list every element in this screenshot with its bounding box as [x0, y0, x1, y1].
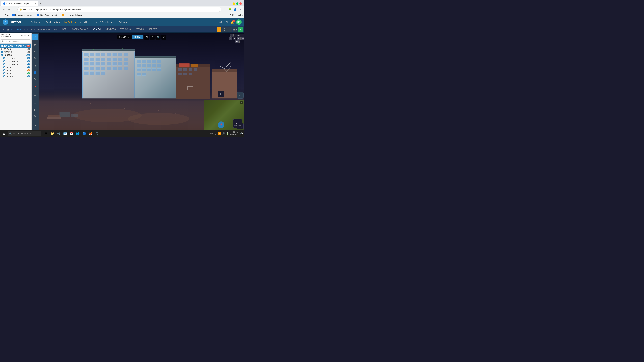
profile-btn[interactable]: 👤 [233, 7, 238, 12]
3d-navi-btn[interactable]: 3D Navi [132, 35, 144, 39]
tab-versions[interactable]: VERSIONS [118, 27, 133, 32]
tab-data[interactable]: DATA [60, 27, 70, 32]
home-nav-btn[interactable]: ⊞ [6, 27, 10, 31]
pe-item-level-3[interactable]: LEVEL 3 80 [0, 72, 31, 75]
mini-map-grid-btn[interactable]: ⊞ [240, 101, 243, 104]
tool-group[interactable]: ❋ [32, 113, 38, 119]
maximize-btn[interactable] [236, 2, 238, 5]
new-tab-btn[interactable]: + [38, 1, 43, 6]
pe-settings-btn[interactable]: ⚙ [24, 34, 27, 37]
pe-checkbox-models[interactable] [1, 51, 3, 53]
tab-details[interactable]: DETAILS [133, 27, 146, 32]
logo[interactable]: C Cintoo [3, 19, 21, 25]
battery-icon[interactable]: 🔋 [226, 132, 229, 135]
pe-checkbox-gym-level-2[interactable] [3, 63, 5, 65]
scene-3d[interactable]: Scan Mode 3D Navi ⊞ ⚑ 📷 ↗ T pmp L [39, 32, 244, 130]
map-toggle-btn[interactable]: ⊞ [218, 90, 224, 97]
nav-users-permissions[interactable]: Users & Permissions [92, 20, 116, 24]
share-view-btn[interactable]: ↗ [161, 34, 166, 39]
tool-pencil[interactable]: ✏ [32, 92, 38, 98]
back-btn[interactable]: ← [1, 7, 6, 12]
vr-button[interactable]: VR Virtual Reality [233, 119, 242, 128]
pe-item-gym-level-2[interactable]: GYM LEVEL 2 21 [0, 63, 31, 66]
tab-overview-map[interactable]: OVERVIEW MAP [70, 27, 90, 32]
taskbar-search[interactable]: 🔍 Type here to search [8, 131, 41, 136]
pe-checkbox-level-3[interactable] [3, 72, 5, 74]
upload-btn[interactable]: ⬆ [217, 27, 221, 32]
nav-cube-top-face[interactable]: T [230, 34, 234, 37]
minimize-btn[interactable] [233, 2, 235, 5]
share-btn[interactable]: ↗ [228, 27, 232, 32]
view-options-btn[interactable]: ⊟ ▾ [233, 27, 238, 32]
user-avatar[interactable]: DP [236, 19, 242, 25]
location-btn[interactable]: 📍 [218, 121, 224, 128]
tab-members[interactable]: MEMBERS [103, 27, 118, 32]
keyboard-icon[interactable]: ⌨ [210, 132, 213, 135]
view-container[interactable]: Scan Mode 3D Navi ⊞ ⚑ 📷 ↗ T pmp L [39, 32, 244, 130]
tab-3d-view[interactable]: 3D VIEW [90, 27, 103, 32]
tool-3d[interactable]: ◧ [32, 107, 38, 113]
taskbar-store[interactable]: 🛒 [56, 131, 62, 137]
bookmark-1[interactable]: https://aec.cintoo.c... [11, 14, 35, 17]
delete-btn[interactable]: 🗑 [222, 27, 227, 32]
info-btn[interactable]: ⓘ [218, 20, 223, 24]
reading-list-btn[interactable]: ☰ Reading list [230, 14, 243, 16]
tool-settings[interactable]: ⚙ [32, 76, 38, 82]
pe-copy-btn[interactable]: ⎘ [20, 34, 23, 37]
tab-close-btn[interactable]: × [35, 3, 36, 4]
pe-checkbox-scans[interactable] [1, 54, 3, 56]
tool-flag[interactable]: ⚑ [32, 63, 38, 69]
grid-view-btn[interactable]: ⊞ [144, 34, 149, 39]
bookmark-apps[interactable]: ⊞ Start [1, 14, 10, 17]
pe-project-item[interactable]: CINTOO DAVID T HOWARD M... 171 [0, 44, 31, 48]
tool-rotate[interactable]: ↻ [32, 48, 38, 54]
nav-cube-right-face[interactable]: R [237, 37, 240, 40]
nav-cube-back-face[interactable]: BK [240, 37, 244, 40]
pe-checkbox-level-2[interactable] [3, 69, 5, 71]
back-nav-btn[interactable]: ← [1, 27, 5, 31]
nav-cube-left-face[interactable]: L [229, 37, 232, 40]
nav-my-projects[interactable]: My Projects [62, 20, 78, 24]
start-button[interactable]: ⊞ [1, 131, 7, 137]
pe-item-2d-cad[interactable]: 2D CAD 0 [0, 48, 31, 51]
flag-btn[interactable]: ⚑ [150, 34, 155, 39]
notifications-btn[interactable]: 🔔 30 [230, 20, 235, 24]
nav-cube-bottom-face[interactable]: BM [235, 40, 240, 43]
messages-btn[interactable]: ✉ [224, 20, 229, 24]
show-desktop-icon[interactable]: △ [214, 132, 217, 135]
taskbar-edge[interactable]: 🌐 [75, 131, 81, 137]
nav-calendar[interactable]: Calendar [116, 20, 130, 24]
nav-activities[interactable]: Activities [78, 20, 91, 24]
pe-checkbox-level-1[interactable] [3, 66, 5, 68]
pe-close-btn[interactable]: ✕ [27, 34, 30, 37]
nav-administration[interactable]: Administration [44, 20, 62, 24]
camera-btn[interactable]: 📷 [156, 34, 161, 39]
network-icon[interactable]: 📶 [218, 132, 221, 135]
nav-cube-front-face[interactable]: F [233, 37, 236, 40]
tab-report[interactable]: REPORT [146, 27, 159, 32]
close-btn[interactable] [240, 2, 242, 5]
pe-checkbox-2d-cad[interactable] [1, 48, 3, 50]
pe-item-gym-level-1[interactable]: GYM LEVEL 1 61 [0, 60, 31, 63]
pe-checkbox-exterior[interactable] [3, 57, 5, 59]
pe-section-scans[interactable]: ▾ SCANS 471 [0, 54, 31, 57]
pe-item-level-2[interactable]: LEVEL 2 96 [0, 69, 31, 72]
tool-layers[interactable]: ⊟ [32, 42, 38, 48]
volume-icon[interactable]: 🔊 [222, 132, 225, 135]
taskbar-firefox[interactable]: 🦊 [88, 131, 94, 137]
extensions-btn[interactable]: 🧩 [228, 7, 232, 12]
taskbar-music[interactable]: 🎵 [94, 131, 100, 137]
pe-search-input[interactable] [1, 39, 30, 43]
reload-btn[interactable]: ↻ [12, 7, 17, 12]
tool-location[interactable]: 📍 [32, 84, 38, 90]
taskbar-task-view[interactable]: ⧉ [43, 131, 49, 137]
notification-center-btn[interactable]: 💬 [239, 131, 244, 136]
pe-item-level-1[interactable]: LEVEL 1 77 [0, 66, 31, 69]
active-tab[interactable]: https://aec.cintoo.com/projects/ × [1, 1, 38, 6]
pe-item-exterior[interactable]: EXTERIOR 67 [0, 57, 31, 60]
tool-person[interactable]: 👤 [32, 69, 38, 75]
scan-mode-btn[interactable]: Scan Mode [117, 35, 132, 39]
breadcrumb-my-projects[interactable]: My projects [11, 28, 21, 31]
forward-btn[interactable]: → [7, 7, 12, 12]
taskbar-calendar[interactable]: 📅 [68, 131, 74, 137]
